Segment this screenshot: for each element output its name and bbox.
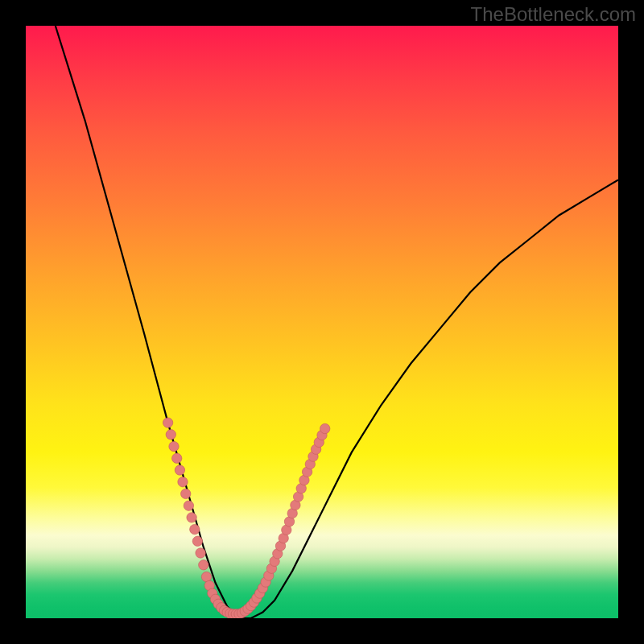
dot-cluster-right: [249, 423, 330, 607]
data-dot: [163, 418, 172, 427]
data-dot: [192, 536, 202, 546]
watermark-text: TheBottleneck.com: [471, 3, 636, 26]
data-dot: [169, 441, 179, 451]
data-dot: [190, 524, 200, 534]
chart-svg: [26, 26, 618, 618]
data-dot: [320, 423, 330, 433]
bottleneck-curve-path: [56, 26, 618, 618]
data-dot: [201, 572, 211, 581]
data-dot: [181, 489, 191, 498]
data-dot: [175, 465, 184, 475]
outer-frame: TheBottleneck.com: [0, 0, 644, 644]
dot-cluster-left: [163, 418, 255, 618]
data-dot: [178, 477, 188, 487]
data-dot: [172, 453, 182, 463]
data-dot: [187, 513, 196, 522]
data-dot: [196, 548, 205, 558]
data-dot: [166, 430, 175, 440]
data-dot: [199, 560, 208, 570]
data-dot: [184, 501, 193, 510]
plot-area: [26, 26, 618, 618]
